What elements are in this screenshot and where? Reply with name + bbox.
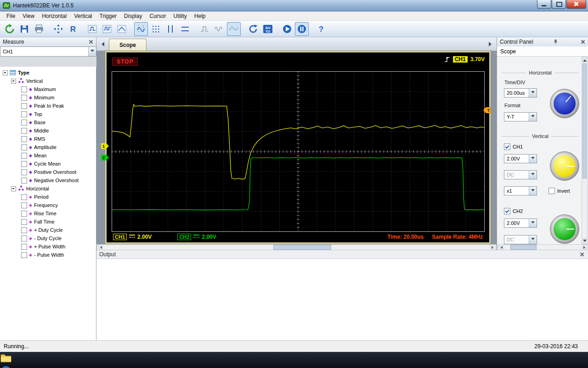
tree-item-maximum[interactable]: ◆Maximum <box>0 85 96 93</box>
timediv-select[interactable]: 20.00us <box>504 88 537 98</box>
tree-item-amplitude[interactable]: ◆Amplitude <box>0 143 96 151</box>
ch1-probe-select[interactable]: x1 <box>504 186 537 196</box>
scroll-right-icon[interactable] <box>490 245 496 250</box>
menu-utility[interactable]: Utility <box>170 12 190 20</box>
control-panel-vscrollbar[interactable] <box>582 57 588 244</box>
tree-expander-icon[interactable] <box>3 70 8 75</box>
menu-cursor[interactable]: Cursor <box>146 12 170 20</box>
tree-item-frequency[interactable]: ◆Frequency <box>0 201 96 209</box>
measure-item-checkbox[interactable] <box>21 128 27 134</box>
maximize-button[interactable] <box>552 0 566 9</box>
tree-item-minimum[interactable]: ◆Minimum <box>0 93 96 102</box>
tree-item-rise-time[interactable]: ◆Rise Time <box>0 209 96 218</box>
measure-channel-select[interactable]: CH1 <box>0 46 96 57</box>
measure-item-checkbox[interactable] <box>21 144 27 150</box>
smooth-sine-wave-icon[interactable] <box>227 22 241 36</box>
tree-item-fall-time[interactable]: ◆Fall Time <box>0 218 96 226</box>
control-panel-close-icon[interactable] <box>580 39 586 45</box>
menu-help[interactable]: Help <box>191 12 209 20</box>
tab-scroll-left[interactable] <box>98 40 105 48</box>
minimize-button[interactable] <box>537 0 551 9</box>
tab-scope[interactable]: Scope <box>109 39 147 51</box>
taskbar-windows-explorer[interactable] <box>0 352 588 365</box>
scroll-left-icon[interactable] <box>97 245 103 250</box>
tab-scroll-right[interactable] <box>488 40 495 48</box>
ch1-coupling-select[interactable]: DC <box>504 170 537 179</box>
help-icon[interactable]: ? <box>314 22 328 36</box>
menu-trigger[interactable]: Trigger <box>96 12 121 20</box>
horizontal-position-knob[interactable] <box>550 89 579 118</box>
pin-icon[interactable] <box>553 39 558 45</box>
tree-node-vertical[interactable]: Vertical <box>0 77 96 85</box>
scroll-right-icon[interactable] <box>582 245 588 250</box>
acquire-start-icon[interactable] <box>3 22 17 36</box>
output-close-icon[interactable] <box>579 251 585 258</box>
measure-item-checkbox[interactable] <box>21 227 27 233</box>
measure-item-checkbox[interactable] <box>21 219 27 225</box>
ramp-wave-icon[interactable] <box>115 22 129 36</box>
control-panel-hscrollbar[interactable] <box>497 244 588 250</box>
sine-wave-icon[interactable] <box>212 22 226 36</box>
measure-item-checkbox[interactable] <box>21 252 27 258</box>
ch2-enable-checkbox[interactable] <box>504 208 510 214</box>
step-wave-icon[interactable] <box>198 22 211 36</box>
close-button[interactable] <box>566 0 586 9</box>
measure-item-checkbox[interactable] <box>21 236 27 242</box>
horizontal-cursors-icon[interactable] <box>178 22 192 36</box>
ch2-position-knob[interactable] <box>550 214 579 244</box>
measure-item-checkbox[interactable] <box>21 111 27 117</box>
run-icon[interactable] <box>280 22 294 36</box>
refresh-icon[interactable] <box>246 22 260 36</box>
multi-square-wave-icon[interactable] <box>100 22 114 36</box>
ch2-volts-select[interactable]: 2.00V <box>504 218 537 228</box>
measure-item-checkbox[interactable] <box>21 161 27 167</box>
measure-item-checkbox[interactable] <box>21 202 27 208</box>
measure-item-checkbox[interactable] <box>21 169 27 175</box>
ch1-level-marker[interactable]: 1 <box>101 143 109 149</box>
auto-set-icon[interactable]: AUTO <box>261 22 275 36</box>
square-wave-icon[interactable] <box>85 22 99 36</box>
print-icon[interactable] <box>32 22 46 36</box>
measure-item-checkbox[interactable] <box>21 95 27 101</box>
menu-view[interactable]: View <box>19 12 38 20</box>
cursor-measure-icon[interactable] <box>134 22 148 36</box>
tree-expander-icon[interactable] <box>11 186 16 191</box>
ch2-level-marker[interactable]: 2 <box>101 155 109 161</box>
tree-item--pulse-width[interactable]: ◆- Pulse Width <box>0 251 96 259</box>
measure-item-checkbox[interactable] <box>21 120 27 126</box>
tree-expander-icon[interactable] <box>11 79 16 84</box>
tree-item-period[interactable]: ◆Period <box>0 193 96 201</box>
scroll-up-icon[interactable] <box>582 57 587 63</box>
menu-file[interactable]: File <box>3 12 19 20</box>
tree-item-cycle-mean[interactable]: ◆Cycle Mean <box>0 160 96 168</box>
measure-item-checkbox[interactable] <box>21 244 27 250</box>
format-select[interactable]: Y-T <box>504 112 537 121</box>
scope-hscrollbar[interactable] <box>96 244 497 250</box>
tree-item-mean[interactable]: ◆Mean <box>0 151 96 160</box>
measure-item-checkbox[interactable] <box>21 86 27 92</box>
tree-node-type[interactable]: Type <box>0 69 96 77</box>
taskbar-media-player[interactable] <box>0 365 588 368</box>
tree-node-horizontal[interactable]: Horizontal <box>0 184 96 193</box>
tree-item-base[interactable]: ◆Base <box>0 118 96 126</box>
measure-item-checkbox[interactable] <box>21 153 27 159</box>
start-button[interactable] <box>3 353 17 367</box>
save-icon[interactable] <box>17 22 31 36</box>
tree-item-rms[interactable]: ◆RMS <box>0 135 96 143</box>
tree-item-middle[interactable]: ◆Middle <box>0 126 96 135</box>
ch1-position-knob[interactable] <box>550 151 579 181</box>
tree-item-negative-overshoot[interactable]: ◆Negative Overshoot <box>0 176 96 184</box>
window-titlebar[interactable]: Hantek6022BE Ver 1.0.5 <box>0 0 588 12</box>
self-calibration-icon[interactable] <box>51 22 65 36</box>
tree-item-positive-overshoot[interactable]: ◆Positive Overshoot <box>0 168 96 176</box>
scroll-left-icon[interactable] <box>498 245 504 250</box>
ch1-enable-checkbox[interactable] <box>504 144 510 150</box>
scroll-down-icon[interactable] <box>582 238 587 244</box>
ch1-volts-select[interactable]: 2.00V <box>504 154 537 163</box>
chevron-down-icon[interactable] <box>88 47 96 56</box>
tree-item--duty-cycle[interactable]: ◆- Duty Cycle <box>0 234 96 242</box>
vertical-cursors-icon[interactable] <box>164 22 177 36</box>
tree-item--duty-cycle[interactable]: ◆+ Duty Cycle <box>0 226 96 234</box>
pause-icon[interactable] <box>295 22 309 36</box>
measure-item-checkbox[interactable] <box>21 211 27 217</box>
